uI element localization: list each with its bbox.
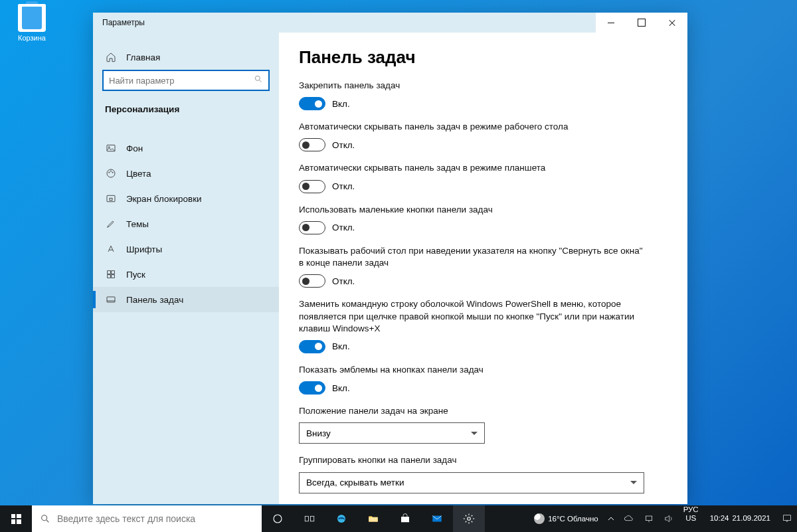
mail-icon: [431, 513, 443, 525]
search-icon: [254, 74, 263, 86]
maximize-button[interactable]: [626, 13, 657, 33]
tray-clock[interactable]: 10:24 21.09.2021: [703, 505, 777, 532]
network-icon: [644, 513, 654, 524]
start-icon: [105, 268, 117, 280]
svg-rect-10: [108, 271, 111, 274]
setting-label-3: Использовать маленькие кнопки панели зад…: [299, 204, 644, 216]
weather-widget[interactable]: 16°C Облачно: [529, 505, 603, 532]
minimize-button[interactable]: [596, 13, 626, 33]
tray-onedrive[interactable]: [619, 505, 639, 532]
edge-button[interactable]: [325, 505, 357, 532]
weather-text: 16°C Облачно: [548, 515, 598, 523]
folder-icon: [367, 513, 379, 525]
nav-background[interactable]: Фон: [93, 135, 279, 161]
setting-state-4: Откл.: [332, 276, 355, 286]
nav-themes[interactable]: Темы: [93, 211, 279, 236]
tray-network[interactable]: [639, 505, 659, 532]
circle-icon: [272, 513, 284, 525]
clock-time: 10:24: [710, 514, 729, 523]
recycle-bin[interactable]: Корзина: [9, 4, 54, 42]
chevron-down-icon: [630, 481, 637, 484]
nav-start[interactable]: Пуск: [93, 262, 279, 287]
nav-taskbar[interactable]: Панель задач: [93, 287, 279, 312]
task-view-icon: [304, 513, 315, 525]
taskbar-search[interactable]: Введите здесь текст для поиска: [32, 505, 262, 532]
setting-toggle-6[interactable]: [299, 381, 325, 395]
setting-state-1: Откл.: [332, 140, 355, 150]
setting-toggle-1[interactable]: [299, 138, 325, 151]
nav-lockscreen[interactable]: Экран блокировки: [93, 186, 279, 211]
store-icon: [399, 513, 411, 525]
svg-rect-12: [108, 275, 111, 278]
edge-icon: [335, 513, 347, 525]
palette-icon: [105, 167, 117, 179]
setting-label-5: Заменить командную строку оболочкой Wind…: [299, 298, 644, 335]
svg-rect-8: [107, 195, 115, 201]
position-value: Внизу: [306, 428, 331, 438]
brush-icon: [105, 218, 117, 230]
nav-themes-label: Темы: [126, 219, 149, 229]
nav-lockscreen-label: Экран блокировки: [126, 194, 202, 204]
nav-colors-label: Цвета: [126, 169, 151, 179]
svg-rect-22: [369, 517, 378, 522]
settings-button[interactable]: [453, 505, 485, 532]
setting-label-0: Закрепить панель задач: [299, 80, 644, 92]
start-button[interactable]: [0, 505, 32, 532]
weather-icon: [534, 513, 545, 524]
cortana-button[interactable]: [262, 505, 294, 532]
setting-toggle-2[interactable]: [299, 180, 325, 193]
mail-button[interactable]: [421, 505, 453, 532]
nav-home-label: Главная: [126, 52, 160, 62]
combine-dropdown[interactable]: Всегда, скрывать метки: [299, 472, 644, 493]
task-view-button[interactable]: [294, 505, 325, 532]
tray-chevron[interactable]: [603, 505, 619, 532]
search-input[interactable]: [109, 76, 254, 86]
svg-rect-26: [646, 516, 652, 521]
setting-state-2: Откл.: [332, 181, 355, 191]
explorer-button[interactable]: [357, 505, 389, 532]
recycle-bin-icon: [18, 4, 46, 32]
svg-rect-23: [401, 517, 409, 522]
position-label: Положение панели задач на экране: [299, 405, 644, 417]
tray-volume[interactable]: [659, 505, 679, 532]
setting-label-2: Автоматически скрывать панель задач в ре…: [299, 162, 644, 174]
nav-fonts[interactable]: Шрифты: [93, 236, 279, 262]
svg-rect-14: [107, 297, 115, 302]
nav-colors[interactable]: Цвета: [93, 161, 279, 186]
close-button[interactable]: [657, 13, 687, 33]
volume-icon: [664, 513, 674, 524]
font-icon: [105, 243, 117, 255]
setting-toggle-4[interactable]: [299, 274, 325, 288]
svg-rect-20: [311, 516, 314, 521]
action-center-button[interactable]: [777, 505, 797, 532]
svg-rect-19: [305, 516, 308, 521]
store-button[interactable]: [389, 505, 421, 532]
setting-label-6: Показать эмблемы на кнопках панели задач: [299, 364, 644, 376]
system-tray: 16°C Облачно РУС US 10:24 21.09.2021: [529, 505, 797, 532]
setting-state-5: Вкл.: [332, 341, 350, 351]
setting-toggle-0[interactable]: [299, 97, 325, 110]
position-dropdown[interactable]: Внизу: [299, 422, 485, 444]
svg-rect-9: [110, 198, 112, 200]
lockscreen-icon: [105, 193, 117, 205]
lang-primary: РУС: [683, 505, 699, 514]
setting-toggle-3[interactable]: [299, 221, 325, 234]
tray-language[interactable]: РУС US: [679, 505, 703, 532]
titlebar[interactable]: Параметры: [93, 13, 687, 33]
content-panel: Панель задач Закрепить панель задачВкл.А…: [279, 33, 687, 504]
svg-point-6: [110, 171, 111, 171]
setting-state-3: Откл.: [332, 222, 355, 232]
window-title: Параметры: [93, 18, 145, 27]
home-icon: [105, 51, 117, 63]
section-label: Персонализация: [93, 99, 279, 124]
search-input-wrap[interactable]: [102, 70, 270, 91]
nav-home[interactable]: Главная: [93, 44, 279, 70]
setting-toggle-5[interactable]: [299, 340, 325, 353]
svg-point-16: [42, 515, 47, 521]
svg-point-7: [112, 172, 113, 173]
chevron-down-icon: [471, 432, 478, 435]
gear-icon: [463, 513, 475, 525]
settings-window: Параметры Главная Персонализация Фон: [93, 13, 687, 504]
sidebar: Главная Персонализация Фон Цвета Экран б: [93, 33, 279, 504]
svg-point-25: [468, 517, 471, 521]
